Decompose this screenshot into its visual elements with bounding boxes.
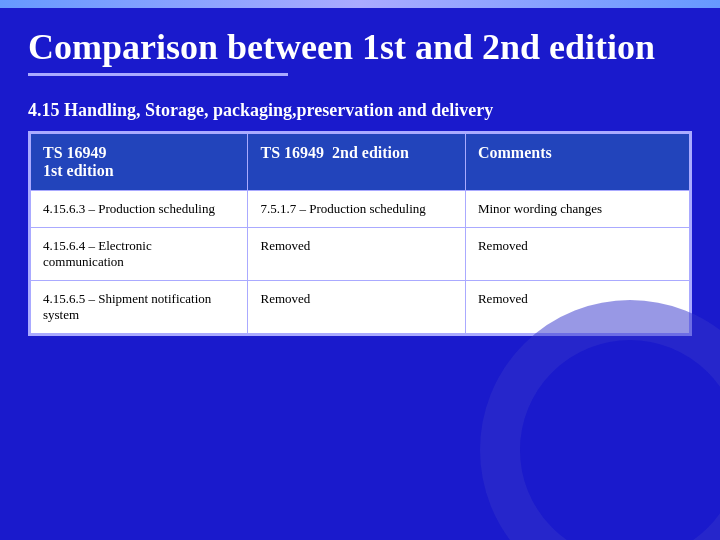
row1-col3: Minor wording changes bbox=[465, 191, 689, 228]
row1-col1: 4.15.6.3 – Production scheduling bbox=[31, 191, 248, 228]
row1-col2: 7.5.1.7 – Production scheduling bbox=[248, 191, 465, 228]
row2-col3: Removed bbox=[465, 228, 689, 281]
header-col1: TS 169491st edition bbox=[31, 134, 248, 191]
header-col2: TS 16949 2nd edition bbox=[248, 134, 465, 191]
slide: Comparison between 1st and 2nd edition 4… bbox=[0, 0, 720, 540]
comparison-table: TS 169491st edition TS 16949 2nd edition… bbox=[30, 133, 690, 334]
table-wrapper: TS 169491st edition TS 16949 2nd edition… bbox=[28, 131, 692, 336]
row3-col2: Removed bbox=[248, 281, 465, 334]
table-header-row: TS 169491st edition TS 16949 2nd edition… bbox=[31, 134, 690, 191]
row3-col3: Removed bbox=[465, 281, 689, 334]
subtitle: 4.15 Handling, Storage, packaging,preser… bbox=[28, 100, 692, 121]
top-bar bbox=[0, 0, 720, 8]
row2-col1: 4.15.6.4 – Electronic communication bbox=[31, 228, 248, 281]
header-col3: Comments bbox=[465, 134, 689, 191]
table-row: 4.15.6.3 – Production scheduling 7.5.1.7… bbox=[31, 191, 690, 228]
slide-title: Comparison between 1st and 2nd edition bbox=[28, 26, 692, 69]
title-underline bbox=[28, 73, 288, 76]
table-row: 4.15.6.4 – Electronic communication Remo… bbox=[31, 228, 690, 281]
row3-col1: 4.15.6.5 – Shipment notification system bbox=[31, 281, 248, 334]
row2-col2: Removed bbox=[248, 228, 465, 281]
table-row: 4.15.6.5 – Shipment notification system … bbox=[31, 281, 690, 334]
title-area: Comparison between 1st and 2nd edition bbox=[0, 8, 720, 86]
